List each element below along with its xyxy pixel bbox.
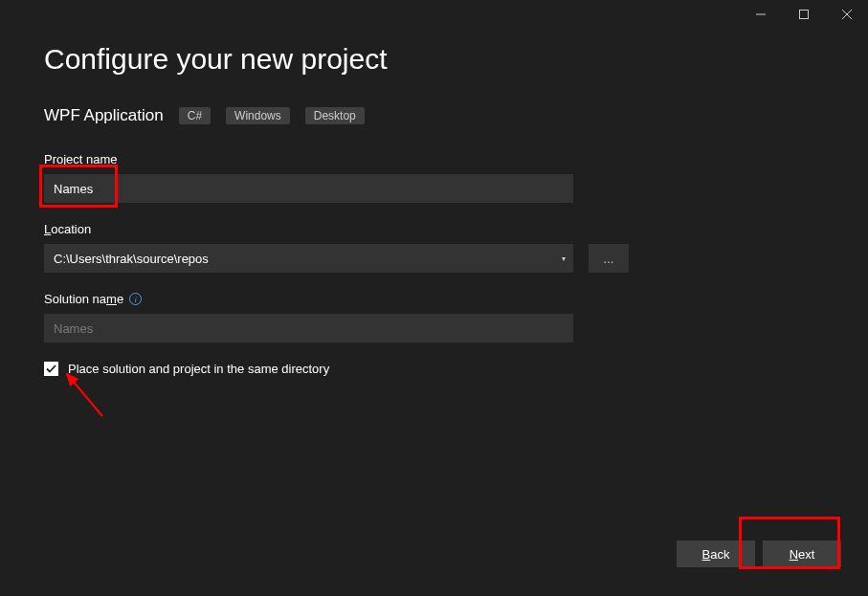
minimize-icon xyxy=(756,10,766,19)
template-name: WPF Application xyxy=(44,106,164,125)
check-icon xyxy=(46,364,56,374)
tag-csharp: C# xyxy=(179,107,211,124)
location-label: Location xyxy=(44,222,824,236)
same-directory-checkbox[interactable] xyxy=(44,362,58,376)
solution-name-input[interactable] xyxy=(44,314,573,342)
solution-name-label: Solution name i xyxy=(44,292,824,306)
info-icon[interactable]: i xyxy=(129,293,142,305)
tag-desktop: Desktop xyxy=(305,107,365,124)
maximize-button[interactable] xyxy=(782,0,825,29)
project-name-input[interactable] xyxy=(44,174,573,203)
svg-line-5 xyxy=(67,374,102,416)
close-button[interactable] xyxy=(825,0,868,29)
location-input[interactable] xyxy=(44,244,573,273)
page-title: Configure your new project xyxy=(44,43,824,76)
window-titlebar xyxy=(739,0,868,29)
same-directory-label: Place solution and project in the same d… xyxy=(68,362,329,376)
close-icon xyxy=(842,10,852,19)
project-name-label: Project name xyxy=(44,152,824,166)
next-button[interactable]: Next xyxy=(763,541,841,567)
template-row: WPF Application C# Windows Desktop xyxy=(44,106,824,125)
tag-windows: Windows xyxy=(226,107,290,124)
footer-buttons: Back Next xyxy=(677,541,841,567)
annotation-arrow xyxy=(59,368,117,421)
minimize-button[interactable] xyxy=(739,0,782,29)
maximize-icon xyxy=(799,10,809,19)
browse-button[interactable]: ... xyxy=(589,244,629,273)
svg-rect-1 xyxy=(799,11,808,19)
back-button[interactable]: Back xyxy=(677,541,755,567)
